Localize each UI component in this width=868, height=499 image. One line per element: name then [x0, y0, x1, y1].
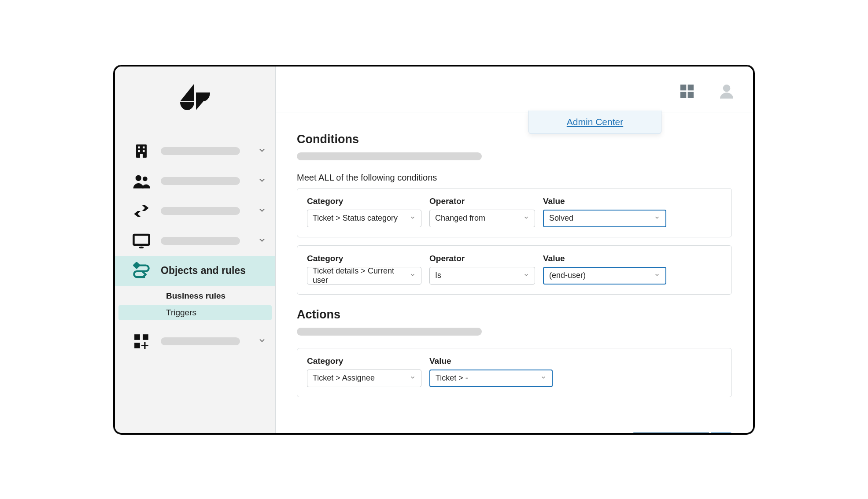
select-value-box[interactable]: Ticket > - — [429, 370, 553, 387]
svg-rect-4 — [143, 150, 145, 152]
chevron-down-icon — [258, 176, 266, 186]
admin-center-link[interactable]: Admin Center — [567, 117, 623, 127]
label-value: Value — [543, 254, 666, 263]
chevron-down-icon — [410, 373, 416, 383]
svg-rect-1 — [138, 146, 140, 148]
select-category[interactable]: Ticket > Assignee — [307, 370, 421, 387]
description-placeholder — [297, 328, 482, 336]
label-category: Category — [307, 196, 421, 206]
label-category: Category — [307, 254, 421, 263]
header-divider — [276, 112, 753, 112]
nav-item-org[interactable] — [115, 136, 275, 166]
svg-rect-13 — [134, 343, 140, 348]
label-operator: Operator — [429, 254, 535, 263]
svg-rect-3 — [138, 150, 140, 152]
action-row: Category Ticket > Assignee Value Ticket … — [297, 348, 732, 397]
chevron-down-icon — [654, 214, 660, 223]
svg-point-7 — [143, 176, 148, 181]
content: Conditions Meet ALL of the following con… — [276, 67, 753, 423]
select-value: Ticket > Status category — [313, 214, 398, 223]
nav-item-apps[interactable] — [115, 326, 275, 356]
nav-placeholder — [161, 177, 240, 185]
select-operator[interactable]: Changed from — [429, 210, 535, 227]
chevron-down-icon — [410, 214, 416, 223]
svg-rect-12 — [143, 334, 148, 340]
label-operator: Operator — [429, 196, 535, 206]
arrows-icon — [131, 200, 152, 222]
chevron-down-icon — [523, 214, 529, 223]
sidebar: Objects and rules Business rules Trigger… — [115, 67, 276, 433]
chevron-down-icon — [410, 271, 416, 280]
subnav: Business rules Triggers — [115, 286, 275, 326]
conditions-subtitle: Meet ALL of the following conditions — [297, 173, 732, 183]
admin-center-dropdown: Admin Center — [528, 111, 661, 134]
svg-rect-5 — [140, 154, 143, 158]
select-category[interactable]: Ticket > Status category — [307, 210, 421, 227]
chevron-down-icon — [258, 336, 266, 347]
svg-point-18 — [723, 85, 731, 92]
main: Admin Center Conditions Meet ALL of the … — [276, 67, 753, 433]
people-icon — [131, 170, 152, 192]
nav-placeholder — [161, 337, 240, 345]
nav-placeholder — [161, 207, 240, 215]
apps-grid-icon[interactable] — [678, 82, 696, 102]
chevron-down-icon — [654, 271, 660, 280]
chevron-down-icon — [258, 146, 266, 156]
chevron-down-icon — [258, 236, 266, 246]
select-value: Ticket > - — [436, 373, 468, 383]
nav-placeholder — [161, 147, 240, 155]
svg-rect-16 — [680, 92, 686, 97]
zendesk-logo-icon — [179, 84, 211, 110]
label-value: Value — [543, 196, 666, 206]
nav-item-objects-rules[interactable]: Objects and rules — [115, 256, 275, 286]
user-avatar-icon[interactable] — [718, 82, 735, 102]
svg-rect-14 — [680, 85, 686, 90]
select-operator[interactable]: Is — [429, 267, 535, 285]
body: Objects and rules Business rules Trigger… — [115, 67, 753, 433]
create-trigger-button[interactable]: Create trigger — [632, 432, 709, 433]
nav-item-channels[interactable] — [115, 196, 275, 226]
label-value: Value — [429, 356, 553, 366]
condition-row: Category Ticket > Status category Operat… — [297, 188, 732, 237]
app-frame: Objects and rules Business rules Trigger… — [114, 65, 754, 434]
chevron-down-icon — [523, 271, 529, 280]
logo — [115, 67, 275, 128]
select-value: Ticket details > Current user — [313, 266, 406, 285]
building-icon — [131, 140, 152, 162]
select-value-box[interactable]: Solved — [543, 210, 666, 227]
svg-point-9 — [139, 246, 144, 248]
select-value: (end-user) — [549, 271, 586, 280]
label-category: Category — [307, 356, 421, 366]
subnav-item-triggers[interactable]: Triggers — [118, 305, 272, 320]
condition-row: Category Ticket details > Current user O… — [297, 245, 732, 295]
description-placeholder — [297, 152, 482, 160]
select-category[interactable]: Ticket details > Current user — [307, 267, 421, 285]
svg-rect-15 — [688, 85, 694, 90]
svg-rect-2 — [143, 146, 145, 148]
footer-actions: Create trigger — [276, 423, 753, 433]
svg-point-6 — [136, 175, 141, 181]
select-value: Solved — [549, 214, 573, 223]
nav-placeholder — [161, 237, 240, 245]
svg-rect-17 — [688, 92, 694, 97]
select-value: Changed from — [435, 214, 485, 223]
svg-rect-8 — [134, 235, 149, 245]
chevron-down-icon — [540, 373, 547, 383]
subnav-heading[interactable]: Business rules — [118, 288, 272, 303]
conditions-title: Conditions — [297, 133, 732, 146]
apps-add-icon — [131, 331, 152, 352]
nav-label: Objects and rules — [161, 265, 246, 277]
select-value: Ticket > Assignee — [313, 373, 375, 383]
select-value: Is — [435, 271, 441, 280]
monitor-icon — [131, 230, 152, 251]
actions-title: Actions — [297, 308, 732, 322]
nav-item-workspaces[interactable] — [115, 226, 275, 256]
svg-rect-11 — [134, 334, 140, 340]
select-value-box[interactable]: (end-user) — [543, 267, 666, 285]
chevron-down-icon — [258, 206, 266, 216]
create-trigger-split-button[interactable] — [711, 432, 732, 433]
flow-icon — [131, 260, 152, 281]
nav: Objects and rules Business rules Trigger… — [115, 128, 275, 356]
nav-item-people[interactable] — [115, 166, 275, 196]
header-icons — [678, 82, 735, 102]
